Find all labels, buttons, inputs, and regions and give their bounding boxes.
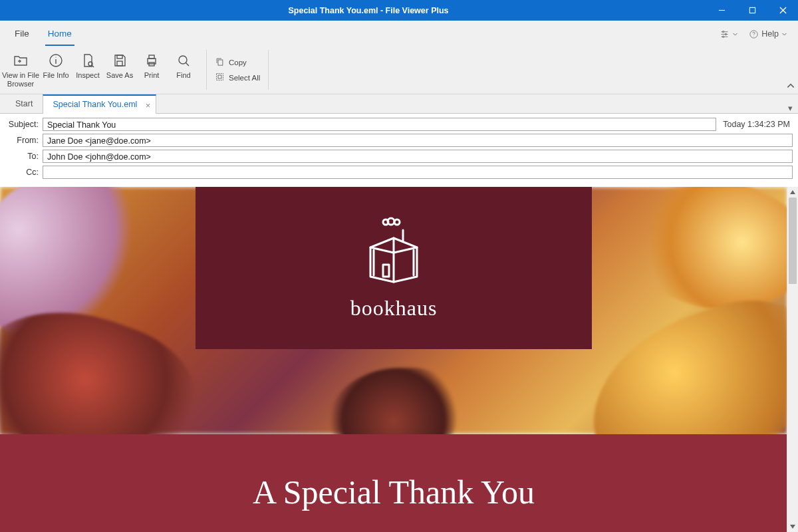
svg-marker-32 xyxy=(790,190,795,194)
help-button[interactable]: Help xyxy=(749,22,787,46)
inspect-label: Inspect xyxy=(72,71,104,80)
folder-arrow-icon xyxy=(1,51,40,70)
tab-document-label: Special Thank You.eml xyxy=(53,100,137,109)
window-title: Special Thank You.eml - File Viewer Plus xyxy=(31,6,706,15)
scroll-down-button[interactable] xyxy=(787,521,798,532)
select-all-icon xyxy=(215,72,225,83)
minimize-button[interactable] xyxy=(706,0,737,21)
find-button[interactable]: Find xyxy=(168,50,200,81)
svg-point-28 xyxy=(388,218,394,225)
settings-button[interactable] xyxy=(720,22,738,46)
brand-logo-icon xyxy=(354,215,434,291)
subject-label: Subject: xyxy=(5,120,39,129)
svg-rect-20 xyxy=(149,55,154,59)
info-icon xyxy=(40,51,72,70)
scroll-up-button[interactable] xyxy=(787,187,798,198)
search-icon xyxy=(168,51,200,70)
ribbon: View in File Browser File Info Inspect S… xyxy=(0,46,798,94)
view-label: View in File Browser xyxy=(1,71,40,88)
brand-panel: bookhaus xyxy=(196,187,592,349)
hero-section: bookhaus xyxy=(0,187,787,434)
tab-document[interactable]: Special Thank You.eml × xyxy=(43,94,156,114)
svg-point-11 xyxy=(753,36,754,37)
email-body: bookhaus A Special Thank You xyxy=(0,187,787,532)
print-button[interactable]: Print xyxy=(136,50,168,81)
print-icon xyxy=(136,51,168,70)
saveas-label: Save As xyxy=(104,71,136,80)
svg-rect-18 xyxy=(117,61,122,66)
svg-line-16 xyxy=(92,66,94,68)
svg-rect-17 xyxy=(117,55,122,59)
cc-label: Cc: xyxy=(5,168,39,177)
document-tabs: Start Special Thank You.eml × ▾ xyxy=(0,94,798,114)
subject-field[interactable]: Special Thank You xyxy=(43,118,716,131)
save-icon xyxy=(104,51,136,70)
menu-file[interactable]: File xyxy=(5,22,39,46)
to-field[interactable]: John Doe <john@doe.com> xyxy=(43,150,793,163)
svg-rect-26 xyxy=(218,75,221,78)
find-label: Find xyxy=(168,71,200,80)
email-header-fields: Subject: Special Thank You Today 1:34:23… xyxy=(0,114,798,184)
scroll-track[interactable] xyxy=(787,198,798,521)
from-label: From: xyxy=(5,136,39,145)
svg-point-22 xyxy=(179,56,187,64)
cc-field[interactable] xyxy=(43,166,793,179)
copy-label: Copy xyxy=(229,59,247,66)
save-as-button[interactable]: Save As xyxy=(104,50,136,81)
tab-start[interactable]: Start xyxy=(5,94,43,113)
from-field[interactable]: Jane Doe <jane@doe.com> xyxy=(43,134,793,147)
svg-point-14 xyxy=(55,57,56,57)
view-in-browser-button[interactable]: View in File Browser xyxy=(1,50,40,90)
tabs-dropdown[interactable]: ▾ xyxy=(783,103,798,113)
inspect-button[interactable]: Inspect xyxy=(72,50,104,81)
ribbon-collapse-button[interactable] xyxy=(786,81,795,92)
menu-home[interactable]: Home xyxy=(39,22,81,46)
svg-rect-1 xyxy=(749,7,755,13)
document-search-icon xyxy=(72,51,104,70)
svg-point-29 xyxy=(394,219,400,225)
close-button[interactable] xyxy=(767,0,798,21)
titlebar: Special Thank You.eml - File Viewer Plus xyxy=(0,0,798,21)
email-headline: A Special Thank You xyxy=(0,434,787,532)
svg-marker-33 xyxy=(790,525,795,529)
svg-line-23 xyxy=(186,63,190,66)
to-label: To: xyxy=(5,152,39,161)
select-all-button[interactable]: Select All xyxy=(215,72,260,83)
help-label: Help xyxy=(761,29,779,39)
ribbon-separator xyxy=(268,50,269,90)
ribbon-separator xyxy=(206,50,207,90)
file-info-button[interactable]: File Info xyxy=(40,50,72,81)
svg-rect-25 xyxy=(217,74,223,80)
window-controls xyxy=(706,0,798,21)
tab-close-button[interactable]: × xyxy=(146,96,151,114)
email-timestamp: Today 1:34:23 PM xyxy=(720,120,793,129)
info-label: File Info xyxy=(40,71,72,80)
copy-icon xyxy=(215,57,225,68)
selectall-label: Select All xyxy=(229,74,260,82)
menubar: File Home Help xyxy=(0,21,798,46)
brand-name: bookhaus xyxy=(350,296,438,321)
vertical-scrollbar[interactable] xyxy=(787,187,798,532)
copy-button[interactable]: Copy xyxy=(215,57,260,68)
scroll-thumb[interactable] xyxy=(789,198,797,284)
maximize-button[interactable] xyxy=(737,0,767,21)
svg-rect-24 xyxy=(218,60,223,65)
svg-rect-31 xyxy=(383,265,389,277)
print-label: Print xyxy=(136,71,168,80)
